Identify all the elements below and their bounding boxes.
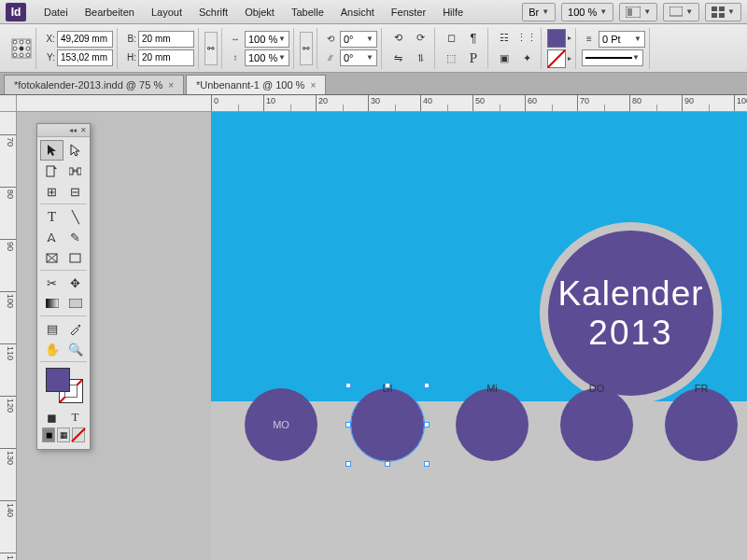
bridge-button[interactable]: Br▼	[522, 3, 556, 21]
canvas[interactable]: Kalender 2013 MO DI Mi DO FR ◂◂ ✕ ⊞ ⊟ T …	[17, 112, 747, 560]
panel-header[interactable]: ◂◂ ✕	[37, 124, 90, 137]
svg-point-13	[26, 47, 30, 50]
shear-field[interactable]: 0°▼	[340, 49, 377, 66]
gradient-feather-tool[interactable]	[63, 293, 87, 314]
day-label: MO	[273, 419, 289, 430]
svg-rect-18	[69, 168, 73, 175]
apply-none-button[interactable]	[72, 427, 85, 442]
free-transform-tool[interactable]: ✥	[63, 273, 87, 293]
gradient-swatch-tool[interactable]	[40, 293, 63, 314]
rectangle-tool[interactable]	[63, 247, 87, 268]
scale-y-field[interactable]: 100 %▼	[245, 49, 289, 66]
control-panel: X:49,209 mm Y:153,02 mm B:20 mm H:20 mm …	[0, 24, 747, 73]
content-collector-tool[interactable]: ⊞	[40, 181, 63, 202]
svg-rect-19	[78, 168, 81, 175]
svg-rect-5	[712, 13, 717, 18]
page-tool[interactable]	[40, 161, 63, 181]
tab-fotokalender[interactable]: *fotokalender-2013.indd @ 75 %×	[4, 75, 184, 94]
selection-tool[interactable]	[40, 140, 63, 161]
effects-icon[interactable]: ✦	[516, 49, 537, 68]
select-content-button[interactable]: ⬚	[441, 49, 461, 68]
day-circle-mo[interactable]: MO	[245, 388, 317, 461]
ruler-origin[interactable]	[0, 95, 17, 112]
rotation-field[interactable]: 0°▼	[340, 31, 377, 48]
constrain-wh-icon[interactable]: ⚯	[204, 32, 218, 65]
menu-bearbeiten[interactable]: Bearbeiten	[77, 4, 143, 21]
note-tool[interactable]: ▤	[40, 318, 63, 339]
constrain-scale-icon[interactable]: ⚯	[300, 32, 313, 65]
w-label: B:	[123, 34, 136, 44]
align-icon[interactable]: ☷	[494, 29, 514, 48]
distribute-icon[interactable]: ⋮⋮	[516, 29, 537, 48]
rectangle-frame-tool[interactable]	[40, 247, 63, 268]
flip-v-button[interactable]: ⥮	[410, 49, 430, 68]
menu-bar: Id Datei Bearbeiten Layout Schrift Objek…	[0, 0, 747, 24]
screen-mode-button[interactable]: ▼	[663, 3, 699, 21]
apply-color-button[interactable]: ◼	[40, 407, 63, 427]
content-placer-tool[interactable]: ⊟	[63, 181, 87, 202]
close-icon[interactable]: ×	[168, 80, 174, 91]
stroke-swatch[interactable]	[547, 49, 566, 68]
close-icon[interactable]: ×	[310, 80, 316, 91]
svg-point-8	[13, 40, 17, 44]
menu-ansicht[interactable]: Ansicht	[332, 4, 383, 21]
horizontal-ruler[interactable]: 0102030405060708090100110120130140	[17, 95, 747, 112]
menu-objekt[interactable]: Objekt	[236, 4, 283, 21]
reference-point-icon[interactable]	[11, 38, 32, 59]
arrange-docs-button[interactable]: ▼	[705, 3, 741, 21]
menu-layout[interactable]: Layout	[143, 4, 190, 21]
day-circle-mi[interactable]: Mi	[456, 388, 529, 461]
pencil-tool[interactable]: ✎	[63, 227, 87, 247]
shear-icon: ⫽	[323, 50, 338, 65]
rotate-cw-button[interactable]: ⟳	[410, 29, 430, 48]
formatting-text-button[interactable]: T	[63, 407, 87, 427]
apply-fill-button[interactable]: ◼	[42, 427, 55, 442]
scissors-tool[interactable]: ✂	[40, 273, 63, 293]
tools-panel[interactable]: ◂◂ ✕ ⊞ ⊟ T ╲ ✎ ✂ ✥ ▤ ✋ 🔍	[36, 123, 91, 450]
gap-tool[interactable]	[63, 161, 87, 181]
scale-x-field[interactable]: 100 %▼	[245, 31, 289, 48]
tab-label: *fotokalender-2013.indd @ 75 %	[14, 79, 162, 91]
menu-hilfe[interactable]: Hilfe	[434, 4, 472, 21]
chevron-down-icon[interactable]: ▸	[568, 34, 571, 42]
rotate-icon: ⟲	[323, 32, 338, 47]
rotate-ccw-button[interactable]: ⟲	[388, 29, 408, 48]
fill-swatch[interactable]	[547, 29, 566, 48]
fill-stroke-swatches[interactable]	[42, 366, 85, 405]
view-mode-button[interactable]: ▼	[619, 3, 657, 21]
menu-fenster[interactable]: Fenster	[383, 4, 434, 21]
pen-tool[interactable]	[40, 227, 63, 247]
day-circle-di[interactable]: DI	[351, 388, 424, 461]
flip-h-button[interactable]: ⇋	[388, 49, 408, 68]
eyedropper-tool[interactable]	[63, 318, 87, 339]
stroke-style-field[interactable]: ▼	[582, 49, 643, 66]
type-tool[interactable]: T	[40, 206, 63, 227]
type-icon[interactable]: P	[463, 49, 484, 68]
day-circle-fr[interactable]: FR	[665, 388, 738, 461]
width-field[interactable]: 20 mm	[138, 31, 194, 48]
y-field[interactable]: 153,02 mm	[57, 49, 113, 66]
menu-schrift[interactable]: Schrift	[190, 4, 236, 21]
select-container-button[interactable]: ◻	[441, 29, 461, 48]
height-field[interactable]: 20 mm	[138, 49, 194, 66]
hand-tool[interactable]: ✋	[40, 339, 63, 359]
menu-datei[interactable]: Datei	[35, 4, 77, 21]
zoom-tool[interactable]: 🔍	[63, 339, 87, 359]
menu-tabelle[interactable]: Tabelle	[283, 4, 332, 21]
vertical-ruler[interactable]: 60708090100110120130140150160	[0, 95, 17, 560]
zoom-level-button[interactable]: 100 %▼	[561, 3, 613, 21]
x-field[interactable]: 49,209 mm	[57, 31, 113, 48]
apply-gradient-button[interactable]: ▦	[57, 427, 70, 442]
fill-color-swatch[interactable]	[46, 368, 70, 392]
paragraph-icon[interactable]: ¶	[463, 29, 484, 48]
tab-unbenannt[interactable]: *Unbenannt-1 @ 100 %×	[186, 75, 326, 94]
text-wrap-icon[interactable]: ▣	[494, 49, 514, 68]
day-circle-do[interactable]: DO	[560, 388, 633, 461]
chevron-down-icon[interactable]: ▸	[568, 54, 571, 63]
title-circle[interactable]: Kalender 2013	[540, 222, 722, 404]
direct-selection-tool[interactable]	[63, 140, 87, 161]
svg-rect-1	[627, 8, 632, 16]
line-tool[interactable]: ╲	[63, 206, 87, 227]
document-page[interactable]: Kalender 2013 MO DI Mi DO FR	[211, 112, 747, 560]
stroke-weight-field[interactable]: 0 Pt▼	[599, 31, 645, 48]
